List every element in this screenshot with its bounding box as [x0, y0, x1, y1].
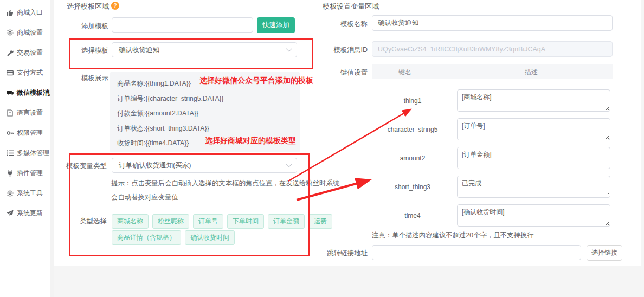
help-icon[interactable]: ?: [111, 2, 119, 10]
right-panel-title: 模板设置变量区域: [323, 2, 379, 11]
left-panel-title: 选择模板区域: [67, 2, 109, 11]
gear-icon: [7, 29, 14, 36]
kv-desc-character-string5[interactable]: [订单号]: [457, 118, 610, 140]
add-template-label: 添加模板: [65, 22, 108, 31]
kv-col-key: 键名: [389, 68, 421, 77]
template-line: 订单编号:{{character_string5.DATA}}: [117, 92, 300, 107]
sidebar-item-label: 商城入口: [17, 8, 43, 17]
template-line: 付款金额:{{amount2.DATA}}: [117, 106, 300, 121]
kv-desc-short-thing3[interactable]: 已完成: [457, 176, 610, 198]
sidebar-item-multimedia-management[interactable]: 多媒体管理: [0, 143, 50, 163]
sidebar-item-system-update[interactable]: 系统更新: [0, 203, 50, 223]
kv-key-short-thing3: short_thing3: [372, 183, 453, 191]
wrench-icon: [7, 49, 14, 56]
gear-icon: [7, 190, 14, 197]
template-line: 收货时间:{{time4.DATA}}: [117, 136, 300, 151]
select-template-value: 确认收货通知: [119, 46, 159, 55]
kv-key-thing1: thing1: [372, 97, 453, 105]
sidebar-item-mall-settings[interactable]: 商城设置: [0, 23, 50, 43]
sidebar-item-label: 插件管理: [17, 169, 43, 178]
sidebar-item-permission-management[interactable]: 权限管理: [0, 123, 50, 143]
template-name-label: 模板名称: [304, 20, 368, 29]
type-select-label: 类型选择: [65, 217, 107, 226]
template-id-label: 模板消息ID: [304, 46, 368, 55]
book-icon: [7, 109, 14, 117]
chevron-down-icon: [286, 46, 292, 51]
add-template-input[interactable]: [112, 17, 253, 33]
kv-key-character-string5: character_string5: [372, 126, 453, 133]
sidebar-item-label: 系统工具: [17, 189, 43, 198]
select-link-button[interactable]: 选择链接: [587, 245, 622, 261]
tag-mall-name[interactable]: 商城名称: [112, 214, 149, 229]
sidebar-item-system-tools[interactable]: 系统工具: [0, 183, 50, 203]
plug-icon: [7, 170, 14, 177]
sidebar-item-label: 支付方式: [17, 68, 43, 78]
template-display-label: 模板展示: [65, 74, 108, 83]
kv-note: 注意：单个描述内容建议不超过20个字，且不支持换行: [372, 231, 534, 240]
tag-confirm-receipt-time[interactable]: 确认收货时间: [185, 230, 235, 245]
chevron-down-icon: [286, 161, 292, 167]
kv-col-desc: 描述: [515, 68, 548, 77]
kv-key-time4: time4: [372, 212, 453, 219]
tag-product-detail[interactable]: 商品详情（含规格）: [112, 230, 181, 245]
sidebar-item-label: 系统更新: [17, 209, 43, 218]
jump-link-input[interactable]: [372, 245, 581, 260]
key-icon: [7, 130, 14, 137]
sidebar-item-payment-methods[interactable]: 支付方式: [0, 63, 50, 83]
tag-order-number[interactable]: 订单号: [193, 214, 223, 229]
sidebar-item-plugin-management[interactable]: 插件管理: [0, 163, 50, 183]
type-tags-row-2: 商品详情（含规格） 确认收货时间: [112, 230, 235, 245]
tag-order-time[interactable]: 下单时间: [227, 214, 264, 229]
quick-add-button[interactable]: 快速添加: [257, 17, 295, 33]
sidebar-item-label: 多媒体管理: [17, 148, 49, 158]
sidebar-item-label: 权限管理: [17, 128, 43, 138]
variable-type-value: 订单确认收货通知(买家): [119, 161, 191, 170]
kv-desc-time4[interactable]: [确认收货时间]: [457, 204, 610, 227]
sidebar-item-language-settings[interactable]: 语言设置: [0, 103, 50, 123]
tag-order-amount[interactable]: 订单金额: [268, 214, 305, 229]
template-name-input[interactable]: [372, 15, 613, 31]
template-line: 商品名称:{{thing1.DATA}}: [117, 76, 300, 92]
sidebar-item-mall-entrance[interactable]: 商城入口: [0, 3, 50, 23]
template-id-input: [372, 41, 613, 57]
template-display-box: 商品名称:{{thing1.DATA}} 订单编号:{{character_st…: [110, 72, 300, 152]
chat-bubble-icon: [7, 89, 14, 96]
template-line: 订单状态:{{short_thing3.DATA}}: [117, 121, 300, 137]
kv-desc-amount2[interactable]: [订单金额]: [457, 147, 610, 169]
hint-line-1: 提示：点击变量后会自动插入选择的文本框的焦点位置，在发送给粉丝时系统: [111, 179, 339, 188]
kv-header-row: 键名 描述: [372, 64, 613, 79]
sidebar-item-label: 交易设置: [17, 48, 43, 57]
list-icon: [7, 150, 14, 157]
kv-key-amount2: amount2: [372, 154, 453, 162]
select-template-label: 选择模板: [65, 46, 108, 55]
sidebar-scrollbar[interactable]: [50, 0, 54, 297]
sidebar-item-label: 商城设置: [17, 28, 43, 37]
sidebar-item-label: 语言设置: [17, 108, 43, 118]
hint-line-2: 会自动替换对应变量值: [111, 193, 178, 202]
tag-fan-nickname[interactable]: 粉丝昵称: [152, 214, 189, 229]
sidebar-item-wechat-template-message[interactable]: 微信模板消息: [0, 83, 50, 103]
paper-plane-icon: [7, 210, 14, 217]
jump-link-label: 跳转链接地址: [304, 249, 368, 258]
variable-type-label: 模板变量类型: [62, 162, 107, 171]
kv-desc-thing1[interactable]: [商城名称]: [457, 89, 610, 112]
kv-settings-label: 键值设置: [304, 68, 368, 78]
sidebar: 商城入口 商城设置 交易设置 支付方式 微信模板消息 语言设置 权限管理 多媒体…: [0, 0, 50, 297]
type-tags-row-1: 商城名称 粉丝昵称 订单号 下单时间 订单金额 运费: [112, 214, 332, 229]
tag-shipping-fee[interactable]: 运费: [308, 214, 332, 229]
variable-type-dropdown[interactable]: 订单确认收货通知(买家): [112, 158, 297, 173]
hand-pointer-icon: [7, 9, 14, 16]
sidebar-item-trade-settings[interactable]: 交易设置: [0, 43, 50, 63]
select-template-dropdown[interactable]: 确认收货通知: [112, 42, 297, 57]
credit-card-icon: [7, 69, 14, 76]
